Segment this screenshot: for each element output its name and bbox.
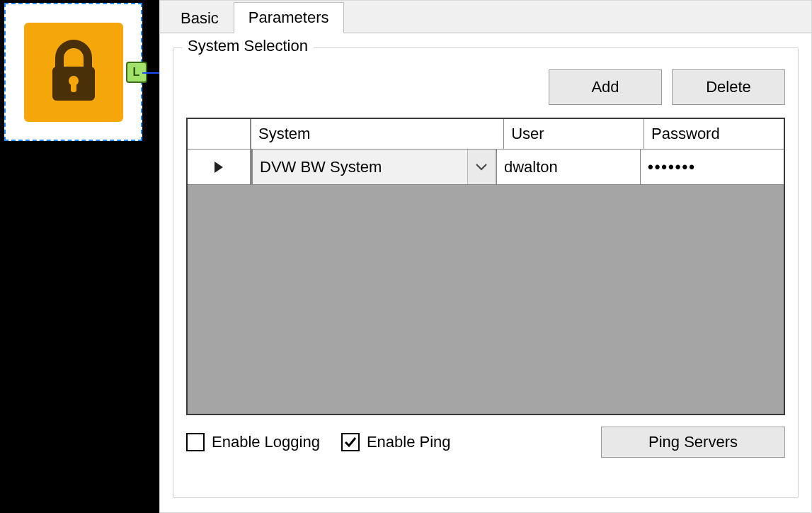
system-selection-group: System Selection Add Delete System User …	[173, 47, 799, 498]
bottom-row: Enable Logging Enable Ping Ping Servers	[186, 427, 785, 458]
grid-header-system[interactable]: System	[251, 119, 504, 149]
button-row: Add Delete	[186, 69, 785, 105]
grid-header-password[interactable]: Password	[644, 119, 784, 149]
fieldset-legend: System Selection	[182, 37, 314, 55]
add-button[interactable]: Add	[549, 69, 662, 105]
ping-servers-button[interactable]: Ping Servers	[601, 427, 785, 458]
svg-rect-2	[71, 81, 76, 92]
checkbox-box	[186, 433, 205, 451]
grid-row[interactable]: DVW BW System dwalton •••••••	[188, 150, 784, 185]
tab-content: System Selection Add Delete System User …	[160, 33, 811, 512]
enable-logging-label: Enable Logging	[212, 433, 320, 451]
grid-header: System User Password	[188, 119, 784, 150]
grid-header-user[interactable]: User	[504, 119, 644, 149]
password-cell[interactable]: •••••••	[641, 150, 784, 184]
tab-basic[interactable]: Basic	[166, 3, 234, 33]
workflow-node[interactable]: L	[4, 3, 142, 141]
checkbox-box	[341, 433, 360, 451]
properties-panel: Basic Parameters System Selection Add De…	[159, 0, 812, 513]
row-indicator[interactable]	[188, 150, 251, 184]
chevron-down-icon	[476, 164, 487, 171]
system-dropdown-text: DVW BW System	[251, 150, 467, 184]
lock-icon: L	[24, 23, 123, 122]
delete-button[interactable]: Delete	[672, 69, 785, 105]
play-icon	[214, 161, 224, 174]
system-dropdown[interactable]: DVW BW System	[251, 150, 496, 184]
enable-ping-label: Enable Ping	[367, 433, 451, 451]
tab-parameters[interactable]: Parameters	[234, 2, 344, 33]
enable-logging-checkbox[interactable]: Enable Logging	[186, 433, 320, 451]
tab-row: Basic Parameters	[160, 1, 811, 33]
user-cell[interactable]: dwalton	[497, 150, 641, 184]
system-cell[interactable]: DVW BW System	[251, 150, 497, 184]
system-dropdown-button[interactable]	[467, 150, 496, 184]
grid-header-selector	[188, 119, 251, 149]
enable-ping-checkbox[interactable]: Enable Ping	[341, 433, 451, 451]
system-grid: System User Password DVW BW System	[186, 118, 785, 415]
check-icon	[343, 435, 358, 449]
node-connector	[142, 72, 159, 74]
node-port-label: L	[133, 66, 140, 79]
